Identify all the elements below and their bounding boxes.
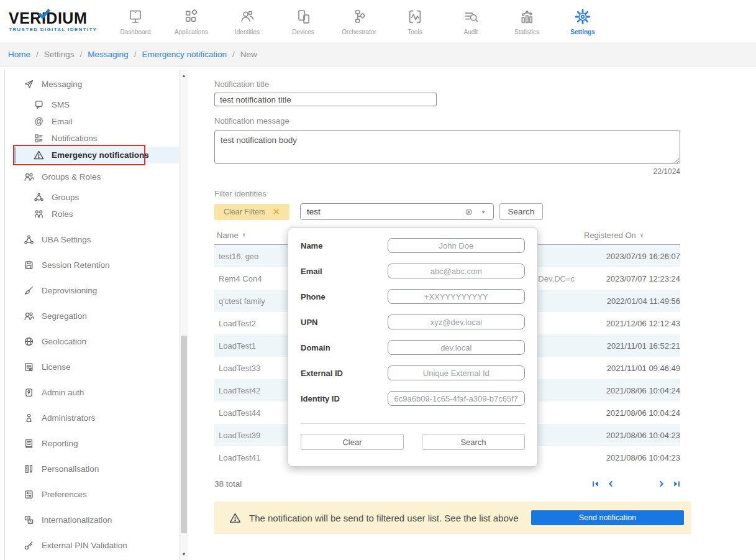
filter-field-input-phone[interactable] (388, 289, 525, 304)
sidebar-item-administrators[interactable]: Administrators (5, 410, 180, 426)
identity-name-cell: LoadTest42 (214, 386, 288, 395)
nav-item-label: Devices (292, 29, 314, 35)
registered-on-cell: 2023/07/07 12:23:24 (575, 274, 680, 283)
sidebar-item-label: Admin auth (42, 388, 84, 397)
nav-item-identities[interactable]: Identities (229, 7, 266, 35)
last-page-button[interactable] (673, 480, 680, 487)
nav-item-label: Settings (570, 29, 594, 35)
sidebar-item-emergency-notifications[interactable]: Emergency notifications (14, 147, 180, 163)
breadcrumb-separator: / (134, 50, 137, 59)
send-notification-button[interactable]: Send notification (531, 510, 684, 525)
registered-on-column-header[interactable]: Registered On ∨ (575, 231, 680, 240)
registered-on-cell: 2021/08/06 10:04:24 (575, 408, 680, 418)
at-icon: @ (34, 116, 44, 127)
report-icon (24, 438, 34, 449)
nav-item-label: Statistics (514, 29, 539, 35)
sidebar-item-session-retention[interactable]: Session Retention (5, 257, 180, 273)
brand-name: VERIDIUM (9, 10, 99, 26)
prefs-icon (24, 489, 34, 500)
warning-icon (229, 512, 241, 524)
scrollbar-up-icon[interactable]: ▲ (180, 73, 188, 78)
name-column-header[interactable]: Name ▲▼ (214, 231, 290, 240)
sidebar-item-label: UBA Settings (42, 235, 91, 244)
identity-name-cell: LoadTest2 (214, 319, 288, 328)
filter-field-input-external-id[interactable] (388, 365, 525, 380)
next-page-button[interactable] (658, 480, 665, 487)
notification-title-input[interactable] (214, 93, 437, 106)
breadcrumb-item-home[interactable]: Home (8, 50, 30, 59)
sidebar-item-deprovisioning[interactable]: Deprovisioning (5, 282, 180, 299)
sidebar-item-external-pin-validation[interactable]: External PIN Validation (5, 537, 180, 554)
previous-page-button[interactable] (608, 480, 614, 487)
filter-field-input-domain[interactable] (388, 340, 525, 355)
nav-item-dashboard[interactable]: Dashboard (117, 7, 154, 35)
filter-fields: Name Email Phone UPN Domain External ID … (301, 238, 525, 406)
nav-item-audit[interactable]: Audit (452, 7, 490, 35)
chip-close-icon[interactable]: ✕ (272, 207, 280, 216)
sidebar-item-email[interactable]: @ Email (5, 113, 180, 130)
panel-search-button[interactable]: Search (422, 434, 525, 450)
breadcrumb-item-emergency-notification[interactable]: Emergency notification (142, 50, 227, 59)
sidebar-item-reporting[interactable]: Reporting (5, 435, 180, 452)
nav-item-applications[interactable]: Applications (173, 7, 210, 35)
sidebar-item-internationalization[interactable]: жA Internationalization (5, 512, 180, 528)
network-icon (24, 234, 34, 245)
sidebar-item-groups-roles[interactable]: Groups & Roles (5, 168, 180, 185)
nav-item-devices[interactable]: Devices (285, 7, 322, 35)
search-button[interactable]: Search (499, 203, 543, 220)
nav-item-label: Audit (464, 29, 478, 35)
dropdown-caret-icon[interactable]: ▼ (481, 209, 486, 214)
sidebar-item-segregation[interactable]: Segregation (5, 308, 180, 324)
breadcrumb-item-messaging[interactable]: Messaging (88, 50, 128, 59)
sidebar-item-sms[interactable]: SMS (5, 96, 180, 113)
character-counter: 22/1024 (214, 167, 680, 176)
roles-icon (34, 209, 44, 219)
sms-icon (34, 99, 44, 110)
nav-item-settings[interactable]: Settings (564, 7, 601, 35)
scrollbar-thumb[interactable] (181, 336, 187, 533)
filter-field-input-identity-id[interactable] (388, 391, 525, 406)
sidebar-item-label: Administrators (42, 413, 95, 423)
nav-item-statistics[interactable]: Statistics (508, 7, 545, 35)
sidebar-item-license[interactable]: License (5, 359, 180, 375)
sidebar-item-personalisation[interactable]: Personalisation (5, 461, 180, 477)
orchestrator-icon (350, 7, 368, 25)
notification-message-textarea[interactable]: test notification body (214, 130, 680, 164)
statistics-icon (518, 7, 535, 25)
sidebar-item-admin-auth[interactable]: Admin auth (5, 384, 180, 401)
nav-item-orchestrator[interactable]: Orchestrator (340, 7, 378, 35)
breadcrumb-item-new[interactable]: New (240, 50, 257, 59)
broom-icon (24, 285, 34, 296)
sort-icon[interactable]: ▲▼ (242, 232, 246, 238)
identity-name-cell: Rem4 Con4 (214, 274, 288, 283)
panel-clear-button[interactable]: Clear (301, 434, 404, 450)
sidebar-item-uba-settings[interactable]: UBA Settings (5, 231, 180, 248)
first-page-button[interactable] (592, 480, 599, 487)
sidebar-item-label: Preferences (42, 490, 87, 499)
sidebar-item-preferences[interactable]: Preferences (5, 486, 180, 503)
clear-filters-label: Clear Filters (224, 208, 265, 216)
identity-name-cell: LoadTest33 (214, 364, 288, 373)
sidebar-item-roles[interactable]: Roles (5, 206, 180, 223)
svg-text:@: @ (34, 116, 43, 126)
sidebar-item-label: Internationalization (42, 515, 112, 525)
filter-field-input-upn[interactable] (388, 314, 525, 329)
filter-field-input-email[interactable] (388, 264, 525, 278)
apps-icon (183, 7, 200, 25)
breadcrumb-item-settings[interactable]: Settings (44, 50, 75, 59)
scrollbar-down-icon[interactable]: ▼ (180, 552, 188, 556)
clear-filters-chip[interactable]: Clear Filters ✕ (214, 204, 289, 220)
sidebar-item-label: Reporting (42, 439, 78, 448)
clear-search-icon[interactable]: ⊗ (465, 206, 473, 218)
sidebar-item-messaging[interactable]: Messaging (5, 76, 180, 93)
sidebar-scrollbar[interactable]: ▲ ▼ (179, 70, 188, 560)
sidebar-item-geolocation[interactable]: Geolocation (5, 333, 180, 350)
filter-field-input-name[interactable] (388, 238, 525, 253)
nav-item-tools[interactable]: Tools (396, 7, 434, 35)
sidebar-item-notifications[interactable]: Notifications (5, 130, 180, 147)
notification-title-label: Notification title (214, 80, 680, 89)
brand-logo[interactable]: VERIDIUM TRUSTED DIGITAL IDENTITY (9, 10, 99, 32)
identity-name-cell: LoadTest1 (214, 341, 288, 351)
breadcrumb-separator: / (80, 50, 83, 59)
sidebar-item-groups[interactable]: Groups (5, 189, 180, 206)
